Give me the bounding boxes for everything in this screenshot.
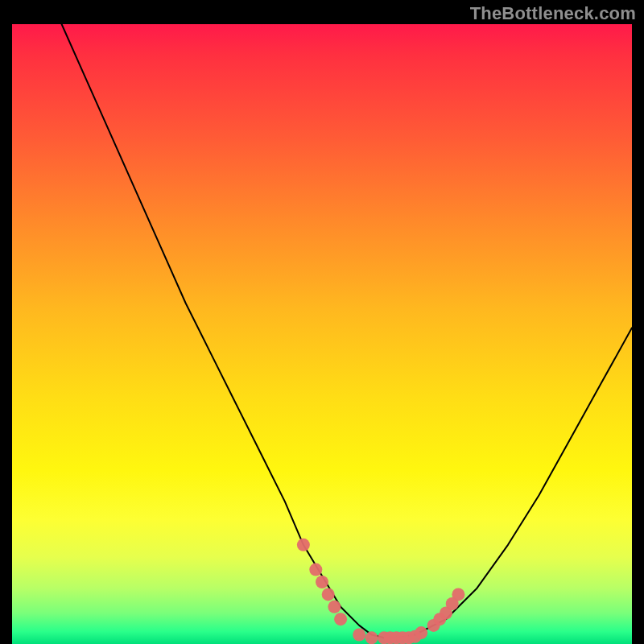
svg-point-4 xyxy=(328,601,341,613)
svg-point-2 xyxy=(316,576,328,588)
svg-point-0 xyxy=(297,539,310,551)
svg-point-6 xyxy=(353,629,365,642)
plot-area xyxy=(12,24,632,644)
chart-frame: TheBottleneck.com xyxy=(0,0,644,644)
svg-point-19 xyxy=(452,588,464,601)
chart-svg xyxy=(12,24,632,644)
marker-dots xyxy=(297,539,465,644)
curve-line xyxy=(62,24,632,638)
svg-point-1 xyxy=(309,564,322,576)
svg-point-5 xyxy=(334,613,347,625)
svg-point-3 xyxy=(322,588,335,601)
watermark-label: TheBottleneck.com xyxy=(470,3,636,24)
svg-point-7 xyxy=(365,631,378,644)
svg-point-14 xyxy=(415,626,427,639)
